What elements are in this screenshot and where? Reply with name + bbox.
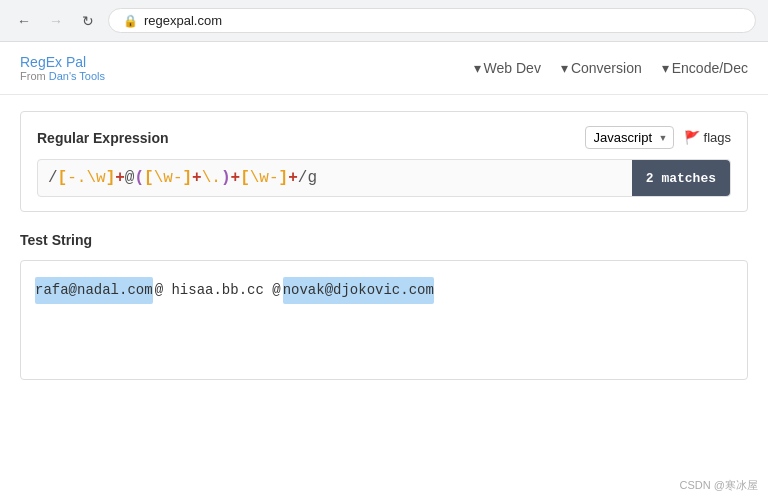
backslash-w-1: \w: [86, 169, 105, 187]
backslash-w-2: \w-: [154, 169, 183, 187]
test-string-box[interactable]: rafa@nadal.com @ hisaa.bb.cc @ novak@djo…: [20, 260, 748, 380]
forward-button[interactable]: →: [44, 9, 68, 33]
plus-3: +: [231, 169, 241, 187]
nav-encode[interactable]: ▾ Encode/Dec: [662, 60, 748, 76]
nav-conversion-arrow: ▾: [561, 60, 568, 76]
nav-webdev[interactable]: ▾ Web Dev: [474, 60, 541, 76]
regex-section-card: Regular Expression Javascript PCRE Pytho…: [20, 111, 748, 212]
logo-regex: RegEx Pal: [20, 54, 86, 70]
test-string-section: Test String rafa@nadal.com @ hisaa.bb.cc…: [20, 232, 748, 380]
flags-button[interactable]: 🚩 flags: [684, 130, 731, 145]
backslash-w-3: \w-: [250, 169, 279, 187]
at-sign: @: [125, 169, 135, 187]
bracket-open-2: [: [144, 169, 154, 187]
bracket-close-1: ]: [106, 169, 116, 187]
match-2-highlight: novak@djokovic.com: [283, 277, 434, 304]
nav-conversion[interactable]: ▾ Conversion: [561, 60, 642, 76]
language-select[interactable]: Javascript PCRE Python Go Java: [585, 126, 674, 149]
nav-conversion-label: Conversion: [571, 60, 642, 76]
browser-chrome: ← → ↻ 🔒 regexpal.com: [0, 0, 768, 42]
nav-webdev-label: Web Dev: [484, 60, 541, 76]
nav-encode-arrow: ▾: [662, 60, 669, 76]
bracket-close-3: ]: [279, 169, 289, 187]
test-string-content: rafa@nadal.com @ hisaa.bb.cc @ novak@djo…: [35, 277, 733, 304]
text-between: @ hisaa.bb.cc @: [155, 278, 281, 303]
regex-input-container: / [ -. \w ] + @ ( [ \w- ] + \. ) + [ \w-…: [37, 159, 731, 197]
open-slash: /: [48, 169, 58, 187]
regex-section-title: Regular Expression: [37, 130, 169, 146]
refresh-button[interactable]: ↻: [76, 9, 100, 33]
nav-links: ▾ Web Dev ▾ Conversion ▾ Encode/Dec: [474, 60, 748, 76]
nav-encode-label: Encode/Dec: [672, 60, 748, 76]
logo-area: RegEx Pal From Dan's Tools: [20, 54, 105, 82]
plus-2: +: [192, 169, 202, 187]
bracket-open-1: [: [58, 169, 68, 187]
test-string-title: Test String: [20, 232, 748, 248]
language-select-wrapper: Javascript PCRE Python Go Java: [585, 126, 674, 149]
address-bar: 🔒 regexpal.com: [108, 8, 756, 33]
flags-label: flags: [704, 130, 731, 145]
logo-subtitle: From Dan's Tools: [20, 70, 105, 82]
bracket-open-3: [: [240, 169, 250, 187]
close-slash: /: [298, 169, 308, 187]
main-content: Regular Expression Javascript PCRE Pytho…: [0, 95, 768, 396]
flag-emoji-icon: 🚩: [684, 130, 700, 145]
section-controls: Javascript PCRE Python Go Java 🚩 flags: [585, 126, 731, 149]
regex-flag: g: [307, 169, 317, 187]
regex-section-header: Regular Expression Javascript PCRE Pytho…: [37, 126, 731, 149]
plus-1: +: [115, 169, 125, 187]
dans-tools-link[interactable]: Dan's Tools: [49, 70, 105, 82]
char-class-1: -.: [67, 169, 86, 187]
url-text: regexpal.com: [144, 13, 222, 28]
match-1-highlight: rafa@nadal.com: [35, 277, 153, 304]
backslash-dot: \.: [202, 169, 221, 187]
regex-display[interactable]: / [ -. \w ] + @ ( [ \w- ] + \. ) + [ \w-…: [37, 159, 731, 197]
lock-icon: 🔒: [123, 14, 138, 28]
matches-badge: 2 matches: [632, 160, 730, 196]
plus-4: +: [288, 169, 298, 187]
paren-open: (: [134, 169, 144, 187]
paren-close: ): [221, 169, 231, 187]
back-button[interactable]: ←: [12, 9, 36, 33]
nav-webdev-arrow: ▾: [474, 60, 481, 76]
bracket-close-2: ]: [182, 169, 192, 187]
logo-title: RegEx Pal: [20, 54, 105, 70]
top-nav: RegEx Pal From Dan's Tools ▾ Web Dev ▾ C…: [0, 42, 768, 95]
